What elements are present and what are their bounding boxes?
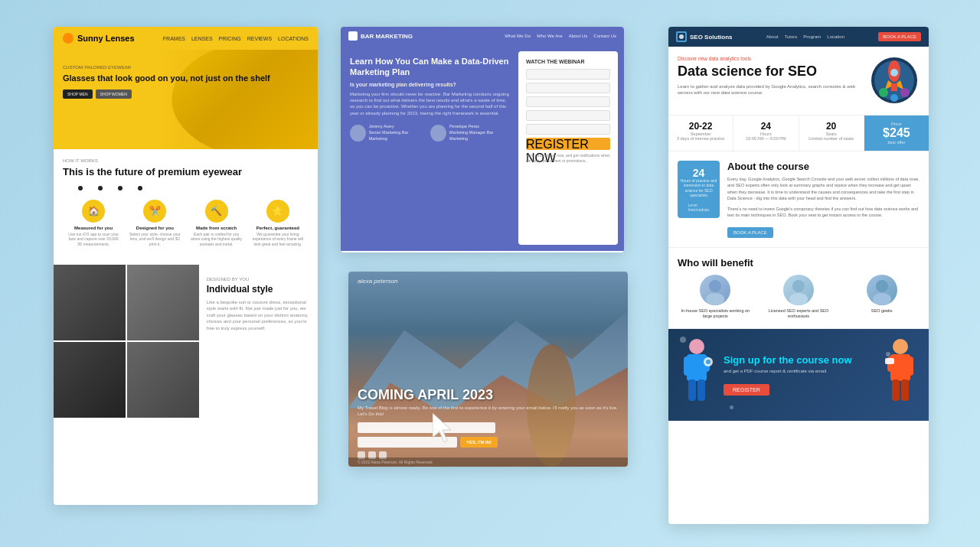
seo-benefit-avatar-3 <box>867 275 897 305</box>
seo-nav-about[interactable]: About <box>766 34 779 39</box>
seo-signup-section: Sign up for the course now and get a PDF… <box>668 329 929 421</box>
seo-header: SEO Solutions About Tutors Program Locat… <box>668 27 929 47</box>
svg-rect-8 <box>891 83 897 91</box>
seo-course-hours-text: Hours of practice and immersion in data … <box>678 178 720 198</box>
bar-form: WATCH THE WEBINAR REGISTER NOW View this… <box>518 51 618 245</box>
sunny-style-headline: Individual style <box>207 284 310 295</box>
travel-name-input[interactable] <box>358 422 495 433</box>
sunny-header: Sunny Lenses FRAMES LENSES PRICING REVIE… <box>54 27 318 50</box>
travel-inputs <box>358 422 619 433</box>
bar-logo-icon <box>348 31 358 41</box>
travel-headline: COMING APRIL 2023 <box>358 388 619 403</box>
seo-course-text-2: There's no need to invent Google's consp… <box>727 206 920 219</box>
sunny-photo-4 <box>127 342 199 418</box>
seo-nav-location[interactable]: Location <box>827 34 844 39</box>
seo-stat-price: Price $245 best offer <box>864 116 929 151</box>
svg-point-9 <box>879 88 888 97</box>
seo-logo: SEO Solutions <box>676 31 733 42</box>
sunny-nav-frames[interactable]: FRAMES <box>163 36 185 41</box>
travel-header: alexa peterson <box>348 272 628 291</box>
sunny-logo-text: Sunny Lenses <box>77 34 135 43</box>
sunny-nav-pricing[interactable]: PRICING <box>219 36 241 41</box>
bar-input-jobtitle[interactable] <box>526 110 610 121</box>
shop-men-button[interactable]: SHOP MEN <box>63 90 93 99</box>
bar-nav-about[interactable]: About Us <box>569 34 588 38</box>
sunny-style-text: DESIGNED BY YOU Individual style Like a … <box>199 265 318 418</box>
sunny-feature-icon-3: 🔨 <box>205 200 228 223</box>
bar-nav-contact[interactable]: Contact Us <box>593 34 616 38</box>
sunny-feature-desc-3: Each pair is crafted for you alone using… <box>189 232 244 247</box>
svg-rect-32 <box>885 358 894 364</box>
sunny-nav-locations[interactable]: LOCATIONS <box>278 36 309 41</box>
seo-hero-headline: Data science for SEO <box>678 64 862 80</box>
travel-blog-panel: alexa peterson COMING APRIL 2023 My Trav… <box>348 272 628 467</box>
travel-submit-button[interactable]: YES, I'M IN! <box>460 437 498 448</box>
seo-course-content: About the course Every day, Google Analy… <box>727 161 920 238</box>
svg-marker-33 <box>433 413 451 442</box>
sunny-hero: CUSTOM-TAILORED EYEWEAR Glasses that loo… <box>54 50 318 149</box>
seo-logo-icon <box>676 31 687 42</box>
sunny-section-tag: HOW IT WORKS <box>63 158 309 163</box>
seo-course-level: Level Intermediate <box>688 203 710 212</box>
seo-hero-text: Discover new data analytics tools Data s… <box>678 56 862 96</box>
seo-stat-seats-num: 20 <box>805 122 858 132</box>
seo-book-button[interactable]: BOOK A PLACE <box>878 32 921 41</box>
bar-nav-who[interactable]: Who We Are <box>537 34 563 38</box>
sunny-logo-sun-icon <box>63 33 74 44</box>
bar-input-name[interactable] <box>526 69 610 80</box>
sunny-dot-1 <box>78 186 83 190</box>
seo-figure-left <box>678 335 716 415</box>
svg-rect-20 <box>684 357 691 376</box>
sunny-feature-desc-2: Select your style, choose your lens, and… <box>127 232 182 247</box>
shop-women-button[interactable]: SHOP WOMEN <box>96 90 132 99</box>
sunny-hero-buttons: SHOP MEN SHOP WOMEN <box>63 90 270 99</box>
sunny-feature-3: 🔨 Made from scratch Each pair is crafted… <box>189 200 244 247</box>
svg-rect-22 <box>688 379 696 401</box>
svg-point-5 <box>890 69 898 77</box>
bar-input-company[interactable] <box>526 96 610 107</box>
bar-logo-text: BAR MARKETING <box>361 33 413 40</box>
sunny-hero-headline: Glasses that look good on you, not just … <box>63 73 270 83</box>
svg-point-18 <box>689 339 704 354</box>
sunny-feature-title-2: Designed for you <box>127 226 182 230</box>
sunny-logo: Sunny Lenses <box>63 33 135 44</box>
sunny-feature-2: ✂️ Designed for you Select your style, c… <box>127 200 182 247</box>
sunny-how-it-works: HOW IT WORKS This is the future of premi… <box>54 149 318 265</box>
seo-course-hours-num: 24 <box>693 168 705 178</box>
travel-submit-row: YES, I'M IN! <box>358 437 619 448</box>
svg-point-25 <box>706 360 710 364</box>
sunny-features-grid: 🏠 Measured for you Use our iOS app to sc… <box>63 200 309 247</box>
seo-course-headline: About the course <box>727 161 920 172</box>
seo-person-right-icon <box>881 335 920 412</box>
seo-benefit-section: Who will benefit In-house SEO specialist… <box>668 248 929 329</box>
travel-background: alexa peterson COMING APRIL 2023 My Trav… <box>348 272 628 467</box>
seo-book-place-button[interactable]: BOOK A PLACE <box>727 227 773 238</box>
seo-benefit-item-1: In-house SEO specialists working on larg… <box>678 275 753 319</box>
svg-point-1 <box>679 34 684 39</box>
sunny-feature-title-4: Perfect, guaranteed <box>250 226 305 230</box>
seo-stat-hours-num: 24 <box>740 122 792 132</box>
sunny-photo-2 <box>127 265 199 340</box>
bar-input-industry[interactable] <box>526 124 610 135</box>
bar-nav: What We Do Who We Are About Us Contact U… <box>505 34 616 38</box>
seo-signup-subtitle: and get a PDF course report & certificat… <box>724 369 874 375</box>
seo-signup-headline: Sign up for the course now <box>724 354 874 366</box>
sunny-feature-title-1: Measured for you <box>66 226 121 230</box>
svg-point-12 <box>709 280 721 292</box>
seo-nav-program[interactable]: Program <box>803 34 821 39</box>
bar-presenters: Jeremy Avery Senior Marketing Bar Market… <box>350 124 509 142</box>
seo-nav-tutors[interactable]: Tutors <box>785 34 798 39</box>
seo-register-button[interactable]: REGISTER <box>724 384 769 396</box>
bar-marketing-panel: BAR MARKETING What We Do Who We Are Abou… <box>341 27 624 252</box>
bar-headline: Learn How You Can Make a Data-Driven Mar… <box>350 56 509 78</box>
svg-point-15 <box>789 293 808 305</box>
bar-form-note: View this webinar now, and get notificat… <box>526 153 610 163</box>
sunny-nav-reviews[interactable]: REVIEWS <box>247 36 272 41</box>
seo-stat-dates-sub: 3 days of intense practice <box>675 136 727 141</box>
seo-hero-description: Learn to gather and analyze data provide… <box>678 83 862 96</box>
seo-discover-tag: Discover new data analytics tools <box>678 56 862 61</box>
bar-nav-what[interactable]: What We Do <box>505 34 531 38</box>
bar-input-email[interactable] <box>526 83 610 93</box>
bar-register-button[interactable]: REGISTER NOW <box>526 138 610 150</box>
sunny-nav-lenses[interactable]: LENSES <box>191 36 213 41</box>
